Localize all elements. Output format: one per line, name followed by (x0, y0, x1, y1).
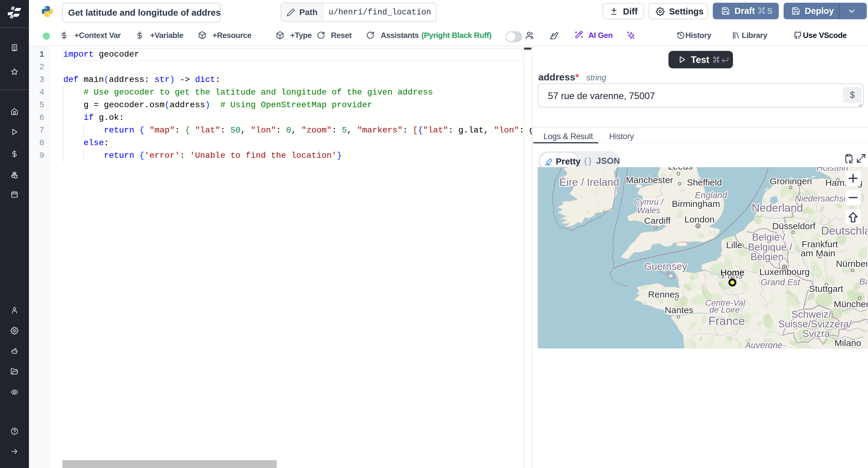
svg-text:Leeds: Leeds (668, 167, 692, 171)
svg-text:Guernsey: Guernsey (644, 261, 687, 272)
svg-text:Nantes: Nantes (664, 305, 693, 315)
svg-text:Holstein: Holstein (817, 167, 848, 173)
svg-text:Milano: Milano (835, 338, 861, 348)
svg-text:Cardiff: Cardiff (644, 215, 671, 226)
svg-text:Niedersachsen: Niedersachsen (795, 194, 853, 203)
svg-text:België /: België / (752, 232, 785, 243)
svg-text:Grand Est: Grand Est (761, 277, 801, 287)
svg-text:Manchester: Manchester (626, 175, 673, 185)
svg-text:Cymru /: Cymru / (634, 197, 664, 207)
svg-text:Sheffield: Sheffield (687, 177, 722, 187)
svg-text:Rennes: Rennes (648, 290, 679, 299)
svg-text:Éire / Ireland: Éire / Ireland (559, 176, 619, 188)
svg-text:Luxembourg: Luxembourg (760, 267, 810, 277)
svg-text:Frankfurt: Frankfurt (802, 239, 838, 249)
svg-text:Groningen: Groningen (770, 176, 812, 186)
svg-text:Belgien: Belgien (750, 251, 784, 262)
svg-text:Svizra: Svizra (802, 328, 830, 339)
svg-text:München: München (834, 299, 867, 309)
svg-text:Deutschland: Deutschland (821, 225, 867, 237)
svg-text:London: London (684, 214, 715, 224)
svg-text:Birmingham: Birmingham (672, 199, 720, 209)
svg-text:Lille: Lille (726, 240, 742, 250)
svg-text:Düsseldorf: Düsseldorf (772, 221, 815, 231)
svg-text:France: France (708, 314, 745, 327)
svg-text:Bay: Bay (859, 277, 867, 287)
svg-text:de Loire: de Loire (709, 305, 740, 314)
svg-text:Stuttgart: Stuttgart (809, 284, 843, 294)
svg-text:am Main: am Main (801, 248, 835, 258)
svg-text:Wales: Wales (637, 206, 660, 215)
svg-text:Nürnberg: Nürnberg (836, 259, 867, 269)
svg-text:S: S (767, 6, 772, 16)
svg-text:Home: Home (720, 267, 744, 277)
svg-text:Nederland: Nederland (752, 202, 803, 214)
svg-text:Auvergne-: Auvergne- (744, 340, 785, 348)
